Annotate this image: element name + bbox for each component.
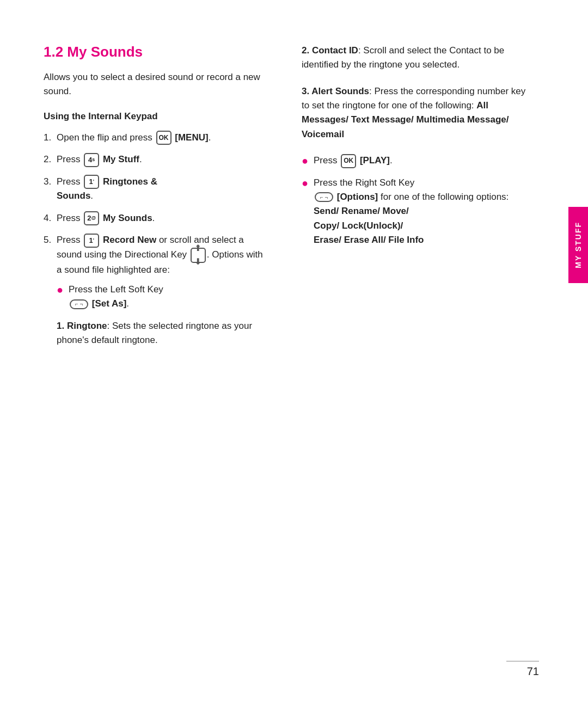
step-2-content: Press 4s My Stuff.	[57, 152, 269, 167]
key-1a-badge: 1'	[84, 175, 99, 189]
step-2-mystuff: My Stuff	[103, 154, 139, 164]
set-as-label: [Set As]	[92, 298, 127, 309]
step-1-content: Open the flip and press OK [MENU].	[57, 131, 269, 145]
numbered-sub-section: 1. Ringtone: Sets the selected ringtone …	[57, 319, 269, 348]
sidebar-tab-label: MY STUFF	[574, 222, 583, 268]
right-column: 2. Contact ID: Scroll and select the Con…	[302, 44, 527, 661]
key-4-badge: 4s	[84, 153, 99, 167]
sub-bullets-list: ● Press the Left Soft Key ⌐ ¬ [Set As].	[57, 283, 269, 311]
alert-sounds-label: 3. Alert Sounds	[302, 86, 369, 96]
step-1-number: 1.	[44, 131, 53, 145]
step-5: 5. Press 1' Record New or scroll and sel…	[44, 233, 269, 355]
page-divider	[506, 661, 539, 661]
bullet-options: ● Press the Right Soft Key ⌐ ¬ [Options]…	[302, 176, 527, 248]
alert-sounds-list: All Messages/ Text Message/ Multimedia M…	[302, 100, 509, 139]
key-1b-badge: 1'	[84, 234, 99, 248]
options-label: [Options]	[337, 192, 378, 202]
main-content: 1.2 My Sounds Allows you to select a des…	[0, 0, 560, 705]
directional-key-icon: ⬆⬇	[191, 248, 206, 263]
step-4: 4. Press 2@ My Sounds.	[44, 211, 269, 226]
bullet-options-text: Press the Right Soft Key ⌐ ¬ [Options] f…	[314, 176, 509, 248]
numbered-sub-1: 1. Ringtone: Sets the selected ringtone …	[57, 319, 269, 348]
step-5-number: 5.	[44, 233, 53, 247]
play-label: [PLAY]	[360, 155, 390, 165]
step-2-number: 2.	[44, 152, 53, 167]
sub-bullet-setas: ● Press the Left Soft Key ⌐ ¬ [Set As].	[57, 283, 269, 311]
step-4-number: 4.	[44, 211, 53, 225]
ok-key-badge: OK	[156, 131, 171, 145]
bullet-dot-options: ●	[302, 176, 309, 190]
section-title: 1.2 My Sounds	[44, 44, 269, 60]
step-1-menu: [MENU]	[175, 132, 208, 143]
step-list: 1. Open the flip and press OK [MENU]. 2.…	[44, 131, 269, 355]
page-container: 1.2 My Sounds Allows you to select a des…	[0, 0, 588, 705]
key-2-badge: 2@	[84, 211, 99, 225]
numbered-sub-1-number: 1. Ringtone	[57, 321, 107, 331]
step-3-number: 3.	[44, 175, 53, 189]
step-1: 1. Open the flip and press OK [MENU].	[44, 131, 269, 145]
sub-bullet-setas-text: Press the Left Soft Key ⌐ ¬ [Set As].	[69, 283, 163, 311]
options-list: Send/ Rename/ Move/Copy/ Lock(Unlock)/Er…	[314, 206, 424, 245]
right-bullets: ● Press OK [PLAY]. ● Press the Right Sof…	[302, 154, 527, 247]
ok-key-play: OK	[341, 154, 356, 168]
left-soft-key-icon: ⌐ ¬	[70, 299, 88, 309]
step-3: 3. Press 1' Ringtones &Sounds.	[44, 175, 269, 204]
right-item-2: 2. Contact ID: Scroll and select the Con…	[302, 44, 527, 72]
sidebar-tab: MY STUFF	[568, 207, 588, 283]
step-4-content: Press 2@ My Sounds.	[57, 211, 269, 226]
right-item-3: 3. Alert Sounds: Press the corresponding…	[302, 84, 527, 142]
step-2: 2. Press 4s My Stuff.	[44, 152, 269, 167]
step-3-content: Press 1' Ringtones &Sounds.	[57, 175, 269, 204]
contact-id-label: 2. Contact ID	[302, 45, 358, 56]
step-5-recordnew: Record New	[103, 235, 156, 245]
bullet-play: ● Press OK [PLAY].	[302, 154, 527, 168]
left-column: 1.2 My Sounds Allows you to select a des…	[44, 44, 269, 661]
sidebar: MY STUFF	[560, 0, 588, 705]
bullet-dot-play: ●	[302, 154, 309, 168]
subsection-title: Using the Internal Keypad	[44, 111, 269, 122]
right-soft-key-icon: ⌐ ¬	[315, 192, 333, 202]
step-4-mysounds: My Sounds	[103, 213, 152, 223]
step-5-content: Press 1' Record New or scroll and select…	[57, 233, 269, 355]
bullet-dot-1: ●	[57, 283, 64, 297]
page-number: 71	[527, 665, 539, 678]
intro-text: Allows you to select a desired sound or …	[44, 70, 269, 99]
bullet-play-text: Press OK [PLAY].	[314, 154, 393, 168]
step-3-ringtones: Ringtones &Sounds	[57, 176, 157, 201]
